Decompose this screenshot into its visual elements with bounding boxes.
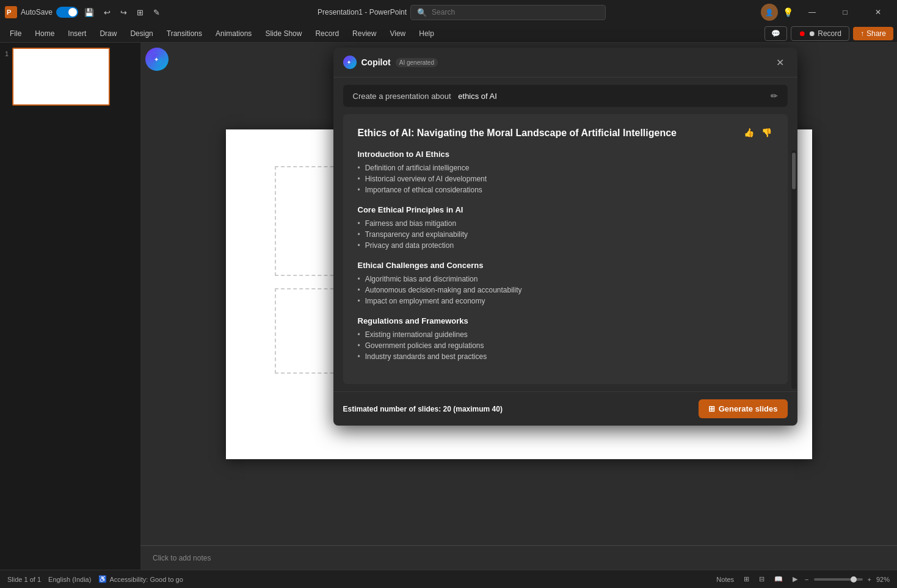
section-2: Ethical Challenges and Concerns Algorith… — [358, 261, 773, 307]
menu-help[interactable]: Help — [413, 27, 440, 40]
record-button[interactable]: ⏺ ⏺ Record — [791, 26, 849, 41]
maximize-button[interactable]: □ — [831, 2, 859, 22]
redo-icon[interactable]: ↪ — [118, 7, 129, 18]
bullet-item: Government policies and regulations — [358, 340, 773, 351]
reading-view-button[interactable]: 📖 — [772, 574, 785, 584]
card-header: Ethics of AI: Navigating the Moral Lands… — [358, 126, 773, 140]
bullet-item: Existing international guidelines — [358, 329, 773, 340]
present-icon[interactable]: ⊞ — [134, 7, 146, 18]
title-bar-right: 👤 💡 — □ ✕ — [761, 2, 892, 22]
slide-panel: 1 — [0, 43, 140, 570]
slide-info: Slide 1 of 1 — [7, 576, 41, 583]
section-0-bullets: Definition of artificial intelligence Hi… — [358, 162, 773, 195]
title-bar-center: Presentation1 - PowerPoint 🔍 — [167, 5, 756, 20]
ribbon-right: 💬 ⏺ ⏺ Record ↑ Share — [764, 26, 893, 41]
menu-design[interactable]: Design — [124, 27, 159, 40]
copilot-scrollbar[interactable] — [791, 150, 796, 389]
customize-icon[interactable]: ✎ — [151, 7, 162, 18]
accessibility-indicator[interactable]: ♿ Accessibility: Good to go — [98, 575, 183, 583]
section-1-title: Core Ethical Principles in AI — [358, 205, 773, 214]
prompt-edit-button[interactable]: ✏ — [771, 91, 778, 101]
thumbs-down-button[interactable]: 👎 — [760, 126, 773, 139]
copilot-name: Copilot — [361, 57, 391, 67]
prompt-topic: ethics of AI — [458, 92, 497, 101]
bullet-item: Privacy and data protection — [358, 240, 773, 251]
zoom-level[interactable]: 92% — [876, 576, 890, 583]
menu-record[interactable]: Record — [309, 27, 345, 40]
status-right: Notes ⊞ ⊟ 📖 ▶ − + 92% — [714, 574, 890, 584]
bullet-item: Importance of ethical considerations — [358, 184, 773, 195]
bullet-item: Transparency and explainability — [358, 229, 773, 240]
undo-icon[interactable]: ↩ — [101, 7, 113, 18]
record-label: ⏺ Record — [808, 29, 841, 38]
powerpoint-icon: P — [5, 6, 17, 18]
ai-badge: AI generated — [396, 58, 438, 67]
status-left: Slide 1 of 1 English (India) ♿ Accessibi… — [7, 575, 183, 583]
prompt-bar: Create a presentation about ethics of AI… — [343, 85, 788, 107]
zoom-in-button[interactable]: + — [868, 576, 871, 583]
menu-insert[interactable]: Insert — [62, 27, 92, 40]
search-input[interactable] — [432, 8, 599, 16]
main-area: 1 ✦ — [0, 43, 897, 570]
zoom-slider[interactable] — [814, 578, 863, 581]
normal-view-button[interactable]: ⊞ — [741, 574, 752, 584]
save-icon[interactable]: 💾 — [82, 7, 96, 18]
section-0-title: Introduction to AI Ethics — [358, 150, 773, 159]
ribbon: File Home Insert Draw Design Transitions… — [0, 24, 897, 43]
copilot-footer: Estimated number of slides: 20 (maximum … — [333, 391, 797, 426]
generate-slides-button[interactable]: ⊞ Generate slides — [699, 399, 788, 418]
title-bar-icons: 💾 ↩ ↪ ⊞ ✎ — [82, 7, 162, 18]
menu-file[interactable]: File — [4, 27, 27, 40]
thumbs-up-button[interactable]: 👍 — [743, 126, 755, 139]
zoom-slider-thumb — [851, 576, 857, 583]
accessibility-icon: ♿ — [98, 575, 107, 583]
section-1: Core Ethical Principles in AI Fairness a… — [358, 205, 773, 251]
section-3: Regulations and Frameworks Existing inte… — [358, 316, 773, 362]
slide-sorter-button[interactable]: ⊟ — [757, 574, 767, 584]
app-title: Presentation1 - PowerPoint — [318, 8, 407, 16]
menu-slideshow[interactable]: Slide Show — [259, 27, 308, 40]
bullet-item: Historical overview of AI development — [358, 173, 773, 184]
copilot-logo: ✦ — [343, 56, 357, 69]
copilot-content: Ethics of AI: Navigating the Moral Lands… — [333, 114, 797, 391]
search-bar[interactable]: 🔍 — [410, 5, 606, 20]
section-3-bullets: Existing international guidelines Govern… — [358, 329, 773, 362]
minimize-button[interactable]: — — [798, 2, 826, 22]
bullet-item: Impact on employment and economy — [358, 296, 773, 307]
share-label: Share — [866, 29, 886, 38]
slideshow-button[interactable]: ▶ — [790, 574, 800, 584]
section-2-bullets: Algorithmic bias and discrimination Auto… — [358, 274, 773, 307]
avatar: 👤 — [761, 4, 778, 21]
notes-button[interactable]: Notes — [714, 575, 736, 584]
notes-placeholder[interactable]: Click to add notes — [153, 554, 211, 562]
close-button[interactable]: ✕ — [864, 2, 892, 22]
comment-icon: 💬 — [771, 29, 780, 38]
title-bar-left: P AutoSave 💾 ↩ ↪ ⊞ ✎ — [5, 6, 162, 18]
menu-animations[interactable]: Animations — [209, 27, 258, 40]
menu-draw[interactable]: Draw — [93, 27, 123, 40]
comment-button[interactable]: 💬 — [764, 26, 787, 41]
copilot-close-button[interactable]: ✕ — [773, 55, 788, 70]
menu-transitions[interactable]: Transitions — [161, 27, 208, 40]
generate-label: Generate slides — [719, 404, 778, 413]
notes-bar: Click to add notes — [140, 545, 897, 570]
copilot-panel: ✦ Copilot AI generated ✕ Create a presen… — [333, 48, 797, 426]
menu-home[interactable]: Home — [29, 27, 60, 40]
slide-canvas: ✦ Copilot AI generated ✕ Create a presen… — [140, 43, 897, 545]
section-3-title: Regulations and Frameworks — [358, 316, 773, 325]
section-1-bullets: Fairness and bias mitigation Transparenc… — [358, 218, 773, 251]
share-button[interactable]: ↑ Share — [853, 27, 893, 40]
section-0: Introduction to AI Ethics Definition of … — [358, 150, 773, 195]
zoom-out-button[interactable]: − — [805, 576, 808, 583]
autosave-toggle[interactable] — [56, 7, 78, 18]
title-bar: P AutoSave 💾 ↩ ↪ ⊞ ✎ Presentation1 - Pow… — [0, 0, 897, 24]
card-title: Ethics of AI: Navigating the Moral Lands… — [358, 126, 743, 140]
menu-view[interactable]: View — [383, 27, 412, 40]
menu-review[interactable]: Review — [346, 27, 382, 40]
bullet-item: Definition of artificial intelligence — [358, 162, 773, 173]
prompt-prefix: Create a presentation about — [353, 92, 451, 101]
bullet-item: Fairness and bias mitigation — [358, 218, 773, 229]
autosave-label: AutoSave — [21, 8, 53, 16]
section-2-title: Ethical Challenges and Concerns — [358, 261, 773, 270]
slide-thumbnail[interactable] — [12, 48, 110, 106]
